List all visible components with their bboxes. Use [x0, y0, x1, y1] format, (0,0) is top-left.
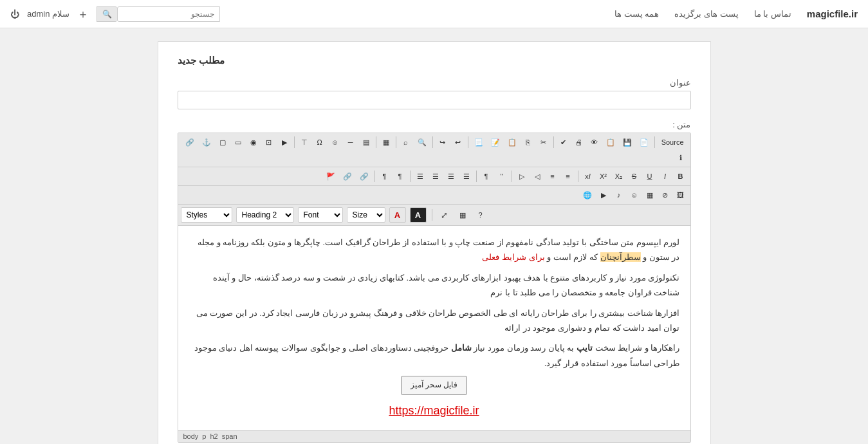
tb-undo[interactable]: ↩: [451, 135, 465, 149]
nav-contact[interactable]: تماس با ما: [754, 9, 791, 19]
tb-strike[interactable]: S: [627, 169, 642, 183]
tb-smiley[interactable]: ☺: [328, 135, 342, 149]
tb-media[interactable]: ▶: [596, 188, 611, 202]
tb-flash[interactable]: ▶: [277, 135, 291, 149]
tb-sup[interactable]: X²: [596, 169, 611, 183]
tb-copy[interactable]: ⎘: [521, 135, 535, 149]
tb-unlink[interactable]: 🔗: [340, 169, 355, 183]
tb-ltr[interactable]: ¶: [393, 169, 407, 183]
tb-table2[interactable]: ▦: [643, 188, 657, 202]
tb-paste-word[interactable]: 📃: [471, 135, 486, 149]
tb-underline[interactable]: U: [643, 169, 657, 183]
tb-print[interactable]: 🖨: [572, 135, 586, 149]
tb-align-center[interactable]: ☰: [444, 169, 458, 183]
tb-align-right[interactable]: ☰: [429, 169, 443, 183]
separator: [578, 171, 578, 182]
nav-featured[interactable]: پست های برگزیده: [674, 9, 738, 19]
tb-ol[interactable]: ≡: [561, 169, 575, 183]
tb-new-page[interactable]: 📄: [636, 135, 652, 149]
separator: [468, 136, 468, 148]
styles-dropdown[interactable]: Styles: [181, 207, 232, 223]
page-container: مطلب جدید عنوان متن : Source 📄 💾 📋 👁 🖨 ✔: [158, 41, 711, 444]
content-para-2: تکنولوژی مورد نیاز و کاربردهای متنوع با …: [189, 270, 680, 301]
source-button[interactable]: Source: [658, 135, 688, 149]
nav-all-posts[interactable]: همه پست ها: [614, 9, 659, 19]
maximize-button[interactable]: ⤢: [438, 208, 452, 222]
tb-italic[interactable]: I: [658, 169, 672, 183]
file-button[interactable]: فایل سحر آمیز: [401, 376, 468, 395]
breadcrumb-h2[interactable]: h2: [210, 432, 217, 440]
tb-replace[interactable]: ⌕: [399, 135, 413, 149]
heading-dropdown[interactable]: Heading 1 Heading 2 Heading 3 Paragraph: [236, 207, 294, 223]
tb-music[interactable]: ♪: [612, 188, 626, 202]
magic-link[interactable]: https://magicfile.ir: [189, 400, 680, 421]
tb-about[interactable]: ℹ: [674, 151, 688, 165]
tb-div[interactable]: ¶: [479, 169, 494, 183]
content-file-btn-row: فایل سحر آمیز: [189, 376, 680, 395]
separator: [512, 171, 512, 182]
breadcrumb-span[interactable]: span: [222, 432, 237, 440]
separator: [476, 171, 477, 182]
add-button[interactable]: ＋: [77, 6, 89, 22]
bg-color-button[interactable]: A: [410, 207, 427, 223]
tb-rtl[interactable]: ¶: [378, 169, 392, 183]
size-dropdown[interactable]: Size 8 9 10 12 14: [347, 207, 385, 223]
search-button[interactable]: 🔍: [97, 6, 117, 22]
tb-preview[interactable]: 👁: [587, 135, 602, 149]
breadcrumb-p[interactable]: p: [202, 432, 206, 440]
help-button[interactable]: ?: [474, 208, 488, 222]
tb-emotion[interactable]: ☺: [627, 188, 642, 202]
tb-spell[interactable]: ✔: [557, 135, 571, 149]
tb-outdent[interactable]: ◁: [530, 169, 544, 183]
tb-blockquote[interactable]: ": [495, 169, 509, 183]
tb-indent[interactable]: ▷: [515, 169, 529, 183]
tb-cut[interactable]: ✂: [537, 135, 551, 149]
font-dropdown[interactable]: Font: [298, 207, 343, 223]
content-label: متن :: [178, 120, 691, 129]
tb-iframe[interactable]: ⊡: [262, 135, 276, 149]
tb-bold[interactable]: B: [674, 169, 688, 183]
content-para-4: راهکارها و شرایط سخت تایپ به پایان رسد و…: [189, 340, 680, 371]
site-logo: magicfile.ir: [807, 8, 858, 19]
tb-ul[interactable]: ≡: [546, 169, 560, 183]
tb-link2[interactable]: 🔗: [182, 135, 198, 149]
tb-h-rule[interactable]: ─: [344, 135, 358, 149]
tb-anchor[interactable]: ⚓: [199, 135, 214, 149]
tb-check[interactable]: ▢: [216, 135, 230, 149]
tb-form[interactable]: ▭: [231, 135, 245, 149]
separator: [553, 136, 554, 148]
tb-link3[interactable]: 🌐: [580, 188, 595, 202]
toolbar-row-2: B I U S X₂ X² Ix ≡ ≡ ◁ ▷ " ¶ ☰ ☰ ☰ ☰: [178, 167, 690, 186]
tb-link[interactable]: 🔗: [356, 169, 372, 183]
tb-image[interactable]: 🖼: [674, 188, 688, 202]
tb-flash2[interactable]: ⊘: [658, 188, 672, 202]
tb-templates[interactable]: 📋: [603, 135, 618, 149]
tb-radio[interactable]: ◉: [246, 135, 261, 149]
tb-special-char[interactable]: Ω: [313, 135, 327, 149]
show-blocks-button[interactable]: ▦: [456, 208, 470, 222]
tb-sub[interactable]: X₂: [612, 169, 626, 183]
tb-anchor2[interactable]: 🚩: [323, 169, 338, 183]
tb-remove-format[interactable]: Ix: [581, 169, 595, 183]
logout-button[interactable]: ⏻: [10, 9, 19, 19]
editor-breadcrumb: body p h2 span: [178, 430, 690, 442]
nav-right: 🔍 ＋ سلام admin ⏻: [10, 6, 220, 22]
tb-table[interactable]: ▤: [359, 135, 373, 149]
tb-paste-text[interactable]: 📝: [488, 135, 503, 149]
title-input[interactable]: [178, 91, 691, 109]
breadcrumb-body[interactable]: body: [183, 432, 199, 440]
search-input[interactable]: [117, 6, 220, 22]
user-greeting: سلام admin: [27, 9, 69, 19]
editor-content[interactable]: لورم ایپسوم متن ساختگی با تولید سادگی نا…: [178, 226, 690, 430]
separator: [410, 171, 411, 182]
tb-select-all[interactable]: ▦: [379, 135, 393, 149]
tb-find[interactable]: 🔍: [414, 135, 430, 149]
tb-paste[interactable]: 📋: [504, 135, 520, 149]
tb-save[interactable]: 💾: [620, 135, 635, 149]
font-color-button[interactable]: A: [389, 207, 406, 223]
tb-align-left[interactable]: ☰: [459, 169, 474, 183]
tb-redo[interactable]: ↪: [436, 135, 450, 149]
source-label: Source: [661, 138, 684, 146]
tb-align-justify[interactable]: ☰: [413, 169, 427, 183]
tb-page-break[interactable]: ⊤: [297, 135, 311, 149]
